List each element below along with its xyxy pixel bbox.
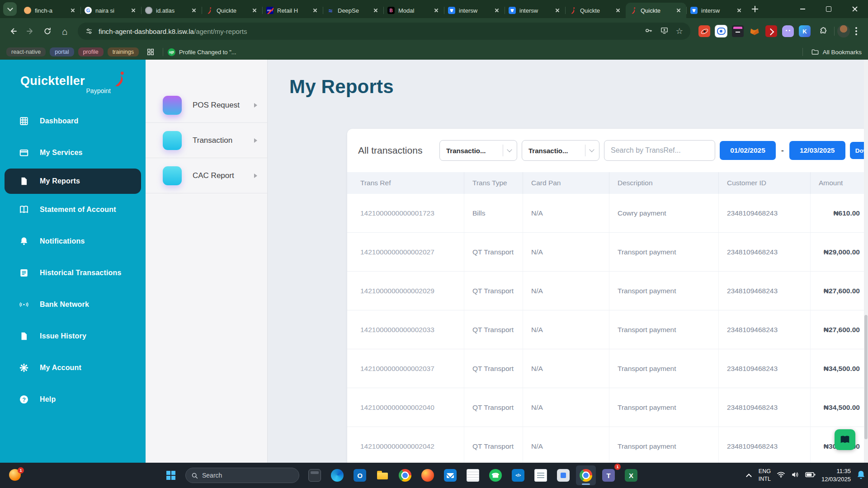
taskbar-search[interactable]: Search — [185, 468, 299, 483]
bookmark-star-icon[interactable]: ☆ — [676, 27, 683, 35]
tab-close-icon[interactable] — [372, 7, 379, 14]
redirect-icon[interactable] — [765, 25, 777, 37]
site-settings-icon[interactable] — [85, 27, 93, 35]
tab-close-icon[interactable] — [554, 7, 561, 14]
tab-group-chip-trainings[interactable]: trainings — [108, 47, 139, 56]
address-bar[interactable]: finch-agent-dashboard.k8.isw.la/agent/my… — [78, 23, 690, 40]
page-scrollbar[interactable] — [864, 60, 868, 463]
sidebar-item-my-account[interactable]: My Account — [0, 352, 146, 384]
tab-close-icon[interactable] — [251, 7, 258, 14]
transaction-status-dropdown[interactable]: Transactio... — [522, 140, 599, 161]
tab[interactable]: intersw — [505, 3, 565, 18]
start-button[interactable] — [162, 466, 180, 484]
sidebar-item-statement-of-account[interactable]: Statement of Account — [0, 194, 146, 225]
tab[interactable]: id.atlas — [141, 3, 202, 18]
notifications-bell-icon[interactable] — [857, 470, 865, 481]
minimize-button[interactable] — [789, 0, 816, 18]
tab[interactable]: Quickte — [202, 3, 262, 18]
passwords-key-icon[interactable] — [644, 26, 653, 37]
submenu-item-cac-report[interactable]: CAC Report — [146, 158, 267, 193]
hidden-icons-chevron[interactable] — [746, 474, 752, 479]
sidebar-item-dashboard[interactable]: Dashboard — [0, 105, 146, 137]
tab-close-icon[interactable] — [190, 7, 198, 14]
battery-icon[interactable] — [805, 471, 816, 479]
help-widget-button[interactable] — [835, 429, 855, 450]
submenu-item-pos-request[interactable]: POS Request — [146, 88, 267, 123]
window-tool-icon[interactable] — [732, 25, 744, 37]
tab[interactable]: finch-a — [20, 3, 80, 18]
tab[interactable]: Gnaira si — [80, 3, 141, 18]
volume-icon[interactable] — [791, 471, 799, 480]
tab-close-icon[interactable] — [433, 7, 440, 14]
tab-groups-grid-icon[interactable] — [146, 48, 155, 56]
tab-close-icon[interactable] — [675, 7, 682, 14]
taskbar-app-outlook[interactable]: O — [350, 465, 370, 485]
taskbar-app-docs[interactable] — [531, 465, 551, 485]
tab-close-icon[interactable] — [614, 7, 622, 14]
date-to-button[interactable]: 12/03/2025 — [789, 141, 845, 160]
taskbar-widget-icon[interactable]: 1 — [9, 469, 22, 482]
wifi-icon[interactable] — [777, 471, 785, 480]
taskbar-app-taskview[interactable] — [305, 465, 325, 485]
tab-group-chip-portal[interactable]: portal — [50, 47, 74, 56]
sidebar-item-help[interactable]: ?Help — [0, 384, 146, 415]
sidebar-item-my-services[interactable]: My Services — [0, 137, 146, 169]
close-window-button[interactable] — [842, 0, 868, 18]
tab[interactable]: ≈DeepSe — [323, 3, 383, 18]
maximize-button[interactable] — [816, 0, 842, 18]
scrollbar-thumb[interactable] — [864, 315, 868, 439]
sidebar-item-issue-history[interactable]: Issue History — [0, 320, 146, 352]
tab-close-icon[interactable] — [311, 7, 319, 14]
all-bookmarks-button[interactable]: All Bookmarks — [798, 48, 862, 56]
taskbar-app-firefox[interactable] — [418, 465, 438, 485]
taskbar-app-explorer[interactable] — [373, 465, 392, 485]
date-from-button[interactable]: 01/02/2025 — [720, 141, 776, 160]
install-app-icon[interactable] — [660, 26, 669, 37]
tab-close-icon[interactable] — [69, 7, 76, 14]
tab-search-button[interactable] — [3, 2, 17, 16]
sidebar-item-my-reports[interactable]: My Reports — [5, 169, 141, 194]
taskbar-app-mail[interactable] — [440, 465, 460, 485]
phantom-icon[interactable] — [782, 25, 794, 37]
forward-button[interactable] — [23, 23, 38, 39]
kite-icon[interactable]: K — [799, 25, 811, 37]
taskbar-app-notes[interactable] — [463, 465, 483, 485]
tab[interactable]: AXARetail H — [262, 3, 323, 18]
tab[interactable]: Quickte — [565, 3, 626, 18]
sidebar-item-historical-transactions[interactable]: Historical Transactions — [0, 257, 146, 289]
submenu-item-transaction[interactable]: Transaction — [146, 123, 267, 158]
taskbar-app-excel[interactable]: X — [621, 465, 641, 485]
profile-avatar[interactable] — [837, 25, 850, 38]
language-indicator[interactable]: ENG INTL — [759, 468, 771, 483]
taskbar-app-edge[interactable] — [327, 465, 347, 485]
react-devtools-icon[interactable] — [698, 25, 710, 37]
tab-group-chip-profile[interactable]: profile — [78, 47, 104, 56]
browser-menu-icon[interactable] — [855, 30, 857, 32]
tab-close-icon[interactable] — [130, 7, 137, 14]
sidebar-item-notifications[interactable]: Notifications — [0, 225, 146, 257]
tab-close-icon[interactable] — [493, 7, 500, 14]
screen-recorder-icon[interactable] — [715, 25, 727, 37]
tab[interactable]: intersw — [444, 3, 505, 18]
tab[interactable]: BModal — [383, 3, 444, 18]
tab-close-icon[interactable] — [736, 7, 743, 14]
new-tab-button[interactable] — [749, 3, 761, 15]
taskbar-app-chrome[interactable] — [395, 465, 415, 485]
taskbar-app-whatsapp[interactable]: ☎ — [486, 465, 505, 485]
back-button[interactable] — [5, 23, 21, 39]
tab[interactable]: intersw — [686, 3, 747, 18]
taskbar-app-chrome[interactable] — [576, 465, 596, 485]
taskbar-app-teams[interactable]: T1 — [599, 465, 618, 485]
extensions-button[interactable] — [815, 23, 830, 39]
tab[interactable]: Quickte — [626, 3, 686, 18]
reload-button[interactable] — [40, 23, 55, 39]
transaction-type-dropdown[interactable]: Transactio... — [439, 140, 517, 161]
taskbar-app-vscode[interactable]: </> — [508, 465, 528, 485]
search-input[interactable] — [604, 140, 715, 161]
sidebar-item-bank-network[interactable]: Bank Network — [0, 289, 146, 320]
bookmark-item[interactable]: up Profile Changed to "... — [168, 48, 236, 56]
clock[interactable]: 11:35 12/03/2025 — [821, 467, 851, 483]
home-button[interactable]: ⌂ — [57, 23, 72, 39]
metamask-icon[interactable] — [749, 25, 760, 37]
taskbar-app-window[interactable] — [553, 465, 573, 485]
